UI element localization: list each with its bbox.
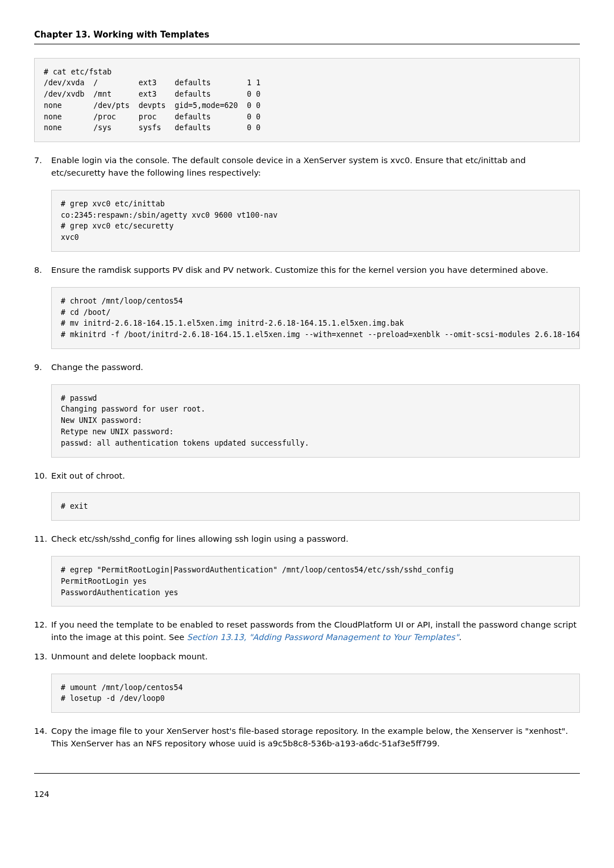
step-9-text: Change the password.: [51, 362, 580, 374]
steps-list: Enable login via the console. The defaul…: [34, 155, 580, 750]
step-7-text: Enable login via the console. The defaul…: [51, 155, 580, 180]
step-13-code: # umount /mnt/loop/centos54 # losetup -d…: [51, 674, 580, 713]
chapter-title: Chapter 13. Working with Templates: [34, 28, 580, 41]
step-12-text-after: .: [459, 633, 462, 642]
step-9-code: # passwd Changing password for user root…: [51, 384, 580, 458]
step-10: Exit out of chroot. # exit: [34, 470, 580, 521]
step-7: Enable login via the console. The defaul…: [34, 155, 580, 252]
step-13: Unmount and delete loopback mount. # umo…: [34, 651, 580, 713]
step-11-text: Check etc/ssh/sshd_config for lines allo…: [51, 533, 580, 546]
step-12-text: If you need the template to be enabled t…: [51, 619, 580, 644]
step-13-text: Unmount and delete loopback mount.: [51, 651, 580, 663]
step-14: Copy the image file to your XenServer ho…: [34, 725, 580, 750]
page-number: 124: [34, 788, 580, 800]
step-12-link[interactable]: Section 13.13, "Adding Password Manageme…: [187, 633, 459, 642]
step-7-code: # grep xvc0 etc/inittab co:2345:respawn:…: [51, 190, 580, 252]
footer-divider: [34, 773, 580, 774]
step-10-text: Exit out of chroot.: [51, 470, 580, 483]
step-11-code: # egrep "PermitRootLogin|PasswordAuthent…: [51, 556, 580, 607]
header-divider: [34, 44, 580, 44]
step-10-code: # exit: [51, 492, 580, 521]
code-fstab: # cat etc/fstab /dev/xvda / ext3 default…: [34, 58, 580, 143]
step-8-code: # chroot /mnt/loop/centos54 # cd /boot/ …: [51, 287, 580, 349]
step-12: If you need the template to be enabled t…: [34, 619, 580, 644]
step-11: Check etc/ssh/sshd_config for lines allo…: [34, 533, 580, 607]
step-14-text: Copy the image file to your XenServer ho…: [51, 725, 580, 750]
step-8: Ensure the ramdisk supports PV disk and …: [34, 264, 580, 349]
step-9: Change the password. # passwd Changing p…: [34, 362, 580, 458]
step-8-text: Ensure the ramdisk supports PV disk and …: [51, 264, 580, 277]
